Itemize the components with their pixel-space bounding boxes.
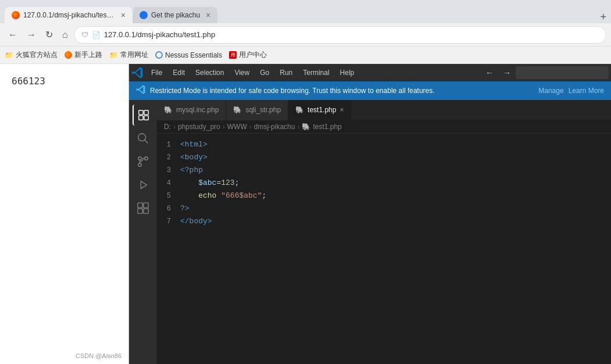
line-num-5: 5 — [157, 190, 180, 202]
code-line-1: 1 <html> — [157, 138, 611, 151]
menu-edit[interactable]: Edit — [168, 66, 190, 79]
svg-rect-13 — [144, 209, 148, 213]
extensions-icon[interactable] — [133, 198, 153, 219]
bookmark-label: 新手上路 — [74, 50, 102, 60]
browser-chrome: 127.0.0.1/dmsj-pikachu/test1.php × Get t… — [0, 0, 611, 64]
line-num-7: 7 — [157, 216, 180, 227]
learn-more-link[interactable]: Learn More — [569, 87, 604, 95]
tab-1[interactable]: 127.0.0.1/dmsj-pikachu/test1.php × — [5, 7, 133, 23]
bookmarks-bar: 📁 火狐官方站点 新手上路 📁 常用网址 Nessus Essentials 用… — [0, 47, 611, 64]
svg-rect-1 — [144, 110, 148, 115]
line-content-5: echo "666$abc"; — [180, 190, 266, 202]
tab-1-title: 127.0.0.1/dmsj-pikachu/test1.php — [23, 11, 115, 19]
source-control-icon[interactable] — [133, 151, 153, 172]
bookmark-label: 用户中心 — [239, 50, 267, 60]
line-num-3: 3 — [157, 165, 180, 176]
tab-2-favicon — [140, 11, 148, 19]
explorer-icon[interactable] — [133, 105, 153, 126]
bookmark-common[interactable]: 📁 常用网址 — [109, 50, 148, 60]
command-search[interactable] — [516, 66, 609, 79]
svg-rect-11 — [144, 203, 148, 208]
restricted-mode-text: Restricted Mode is intended for safe cod… — [150, 87, 534, 95]
run-debug-icon[interactable] — [133, 174, 153, 195]
menu-go[interactable]: Go — [255, 66, 274, 79]
restricted-banner: Restricted Mode is intended for safe cod… — [129, 81, 611, 100]
code-line-3: 3 <?php — [157, 164, 611, 177]
nav-bar: ← → ↻ ⌂ 🛡 📄 127.0.0.1/dmsj-pikachu/test1… — [0, 23, 611, 47]
tab-1-close[interactable]: × — [121, 10, 126, 20]
search-icon[interactable] — [133, 128, 153, 149]
address-text: 127.0.0.1/dmsj-pikachu/test1.php — [104, 30, 599, 39]
home-button[interactable]: ⌂ — [59, 27, 72, 42]
page-icon: 📄 — [92, 31, 101, 39]
tab-test1[interactable]: 🐘 test1.php × — [288, 100, 351, 120]
tab-2[interactable]: Get the pikachu × — [133, 7, 217, 23]
svg-point-4 — [138, 134, 146, 141]
menu-view[interactable]: View — [230, 66, 254, 79]
browser-content: 666123 CSDN @Alsn86 File Edit Selection … — [0, 64, 611, 364]
tab-2-close[interactable]: × — [206, 10, 210, 20]
svg-marker-9 — [141, 181, 147, 189]
address-bar[interactable]: 🛡 📄 127.0.0.1/dmsj-pikachu/test1.php — [74, 26, 606, 44]
vscode-logo — [131, 67, 143, 78]
menu-terminal[interactable]: Terminal — [298, 66, 334, 79]
nav-forward-button[interactable]: → — [499, 67, 514, 78]
code-line-7: 7 </body> — [157, 215, 611, 228]
svg-point-6 — [138, 157, 142, 160]
new-tab-button[interactable]: + — [595, 11, 611, 23]
bookmark-nessus[interactable]: Nessus Essentials — [155, 51, 222, 59]
line-content-2: <body> — [180, 152, 208, 163]
tab-mysql[interactable]: 🐘 mysql.inc.php — [157, 100, 226, 120]
folder-icon: 📁 — [109, 51, 118, 59]
editor-tabs: 🐘 mysql.inc.php 🐘 sqli_str.php 🐘 test1.p… — [157, 100, 611, 120]
breadcrumb: D: › phpstudy_pro › WWW › dmsj-pikachu ›… — [157, 120, 611, 134]
page-content: 666123 CSDN @Alsn86 — [0, 64, 128, 364]
fox-icon — [65, 51, 72, 59]
manage-link[interactable]: Manage — [538, 87, 563, 95]
php-icon: 🐘 — [164, 106, 173, 114]
bookmark-label: 火狐官方站点 — [16, 50, 58, 60]
tab-1-favicon — [12, 11, 20, 19]
bookmark-newbie[interactable]: 新手上路 — [65, 50, 102, 60]
activity-bar — [129, 100, 157, 364]
bookmark-user-center[interactable]: 用 用户中心 — [229, 50, 267, 60]
menu-help[interactable]: Help — [335, 66, 359, 79]
svg-rect-0 — [139, 110, 143, 115]
red-icon: 用 — [229, 51, 237, 59]
svg-rect-10 — [138, 203, 142, 208]
back-button[interactable]: ← — [5, 27, 21, 42]
menu-selection[interactable]: Selection — [191, 66, 228, 79]
tab-2-title: Get the pikachu — [151, 11, 200, 19]
globe-icon — [155, 51, 163, 59]
watermark: CSDN @Alsn86 — [76, 352, 122, 359]
line-content-4: $abc=123; — [180, 177, 239, 189]
vscode-menubar: File Edit Selection View Go Run Terminal… — [129, 64, 611, 81]
refresh-button[interactable]: ↻ — [42, 27, 56, 42]
code-editor[interactable]: 1 <html> 2 <body> 3 <?php 4 $abc=123; — [157, 134, 611, 364]
tab-sqli[interactable]: 🐘 sqli_str.php — [226, 100, 288, 120]
breadcrumb-php-icon: 🐘 — [302, 123, 310, 131]
tab-close-icon[interactable]: × — [340, 106, 344, 114]
line-content-7: </body> — [180, 216, 212, 227]
bookmark-firefox-sites[interactable]: 📁 火狐官方站点 — [5, 50, 58, 60]
php-icon: 🐘 — [295, 106, 304, 114]
code-line-2: 2 <body> — [157, 151, 611, 164]
bookmark-label: Nessus Essentials — [165, 51, 222, 59]
svg-rect-3 — [144, 116, 148, 120]
svg-point-8 — [138, 163, 142, 167]
breadcrumb-d: D: — [164, 123, 171, 131]
line-content-3: <?php — [180, 165, 203, 176]
svg-rect-12 — [138, 209, 142, 213]
menu-nav: ← → — [482, 67, 514, 78]
nav-back-button[interactable]: ← — [482, 67, 497, 78]
code-line-6: 6 ?> — [157, 202, 611, 215]
page-output: 666123 — [12, 76, 117, 87]
code-line-4: 4 $abc=123; — [157, 177, 611, 190]
breadcrumb-file: test1.php — [313, 123, 341, 131]
menu-run[interactable]: Run — [275, 66, 297, 79]
breadcrumb-www: WWW — [227, 123, 247, 131]
forward-button[interactable]: → — [23, 27, 40, 42]
vscode-restricted-logo — [136, 85, 145, 97]
line-num-1: 1 — [157, 139, 180, 151]
menu-file[interactable]: File — [147, 66, 167, 79]
